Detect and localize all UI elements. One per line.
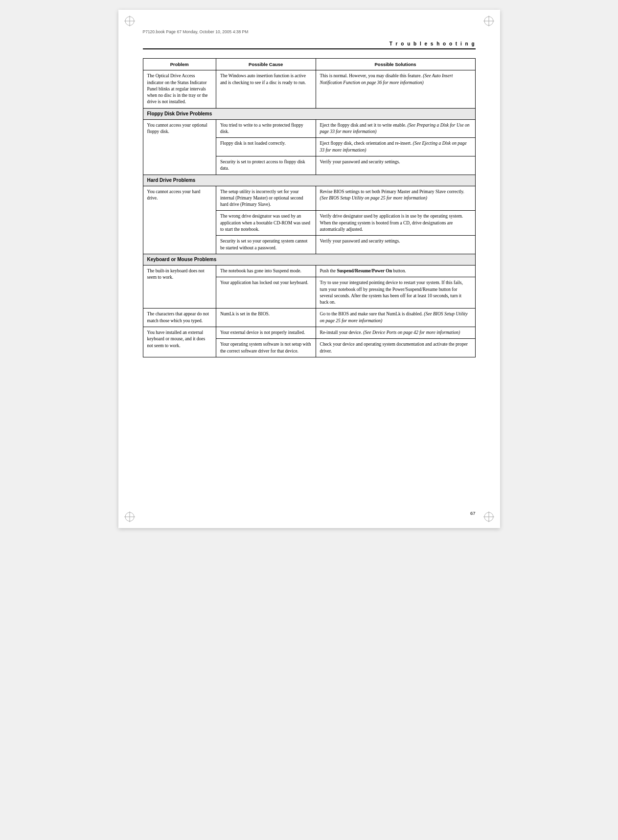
table-row: The characters that appear do not match … [143,309,475,327]
section-header-label: Floppy Disk Drive Problems [143,108,475,119]
cause-cell: The wrong drive designator was used by a… [216,211,316,236]
table-row: The built-in keyboard does not seem to w… [143,265,475,277]
page: P7120.book Page 67 Monday, October 10, 2… [118,10,500,528]
problem-cell: You cannot access your optional floppy d… [143,119,216,175]
solution-cell: This is normal. However, you may disable… [316,70,475,108]
solution-cell: Go to the BIOS and make sure that NumLk … [316,309,475,327]
section-header-harddrive: Hard Drive Problems [143,175,475,186]
solution-cell: Verify drive designator used by applicat… [316,211,475,236]
table-row: The Optical Drive Access indicator on th… [143,70,475,108]
corner-mark-tr [483,16,494,26]
section-header-label: Hard Drive Problems [143,175,475,186]
problem-cell: The Optical Drive Access indicator on th… [143,70,216,108]
solution-cell: Eject floppy disk, check orientation and… [316,138,475,156]
cause-cell: Security is set to protect access to flo… [216,156,316,175]
table-row: You have installed an external keyboard … [143,327,475,339]
solution-cell: Verify your password and security settin… [316,236,475,254]
solution-cell: Try to use your integrated pointing devi… [316,277,475,309]
cause-cell: Security is set so your operating system… [216,236,316,254]
cause-cell: The notebook has gone into Suspend mode. [216,265,316,277]
problem-cell: You have installed an external keyboard … [143,327,216,357]
col-header-cause: Possible Cause [216,59,316,70]
problem-cell: The characters that appear do not match … [143,309,216,327]
corner-mark-br [483,511,494,522]
problem-cell: You cannot access your hard drive. [143,186,216,254]
solution-cell: Eject the floppy disk and set it to writ… [316,119,475,138]
page-header: T r o u b l e s h o o t i n g [143,41,476,49]
cause-cell: Floppy disk is not loaded correctly. [216,138,316,156]
col-header-solution: Possible Solutions [316,59,475,70]
section-header-keyboard: Keyboard or Mouse Problems [143,254,475,265]
page-header-title: T r o u b l e s h o o t i n g [389,41,476,46]
file-note: P7120.book Page 67 Monday, October 10, 2… [143,29,476,34]
cause-cell: The setup utility is incorrectly set for… [216,186,316,211]
solution-cell: Verify your password and security settin… [316,156,475,175]
problem-cell: The built-in keyboard does not seem to w… [143,265,216,308]
col-header-problem: Problem [143,59,216,70]
cause-cell: You tried to write to a write protected … [216,119,316,138]
cause-cell: Your operating system software is not se… [216,339,316,357]
page-number: 67 [470,510,476,516]
cause-cell: Your application has locked out your key… [216,277,316,309]
section-header-floppy: Floppy Disk Drive Problems [143,108,475,119]
table-header-row: Problem Possible Cause Possible Solution… [143,59,475,70]
table-row: You cannot access your optional floppy d… [143,119,475,138]
cause-cell: The Windows auto insertion function is a… [216,70,316,108]
solution-cell: Re-install your device. (See Device Port… [316,327,475,339]
cause-cell: Your external device is not properly ins… [216,327,316,339]
solution-cell: Check your device and operating system d… [316,339,475,357]
section-header-label: Keyboard or Mouse Problems [143,254,475,265]
table-row: You cannot access your hard drive. The s… [143,186,475,211]
solution-cell: Revise BIOS settings to set both Primary… [316,186,475,211]
corner-mark-bl [124,511,135,522]
troubleshoot-table: Problem Possible Cause Possible Solution… [143,58,476,357]
corner-mark-tl [124,16,135,26]
solution-cell: Push the Suspend/Resume/Power On button. [316,265,475,277]
cause-cell: NumLk is set in the BIOS. [216,309,316,327]
